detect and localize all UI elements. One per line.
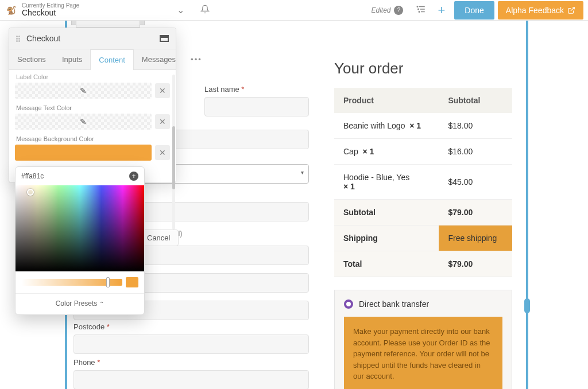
last-name-input[interactable] xyxy=(204,97,309,116)
page-title: Checkout xyxy=(22,9,79,17)
tab-messages[interactable]: Messages xyxy=(134,49,184,69)
shipping-row: ShippingFree shipping xyxy=(334,225,512,251)
svg-line-6 xyxy=(571,7,574,10)
payment-method-bank[interactable]: Direct bank transfer xyxy=(344,299,502,309)
topbar: 🐒 Currently Editing Page Checkout ⌄ Edit… xyxy=(0,0,588,21)
postcode-input[interactable] xyxy=(74,334,309,354)
payment-method-label: Direct bank transfer xyxy=(359,299,429,309)
settings-panel: Checkout Sections Inputs Content Message… xyxy=(9,28,176,183)
panel-scrollbar-thumb[interactable] xyxy=(172,126,175,189)
tab-content[interactable]: Content xyxy=(90,49,134,70)
section-boundary-right xyxy=(526,21,528,389)
table-row: Hoodie - Blue, Yes× 1 $45.00 xyxy=(334,165,512,200)
panel-scrollbar[interactable] xyxy=(172,75,175,229)
svg-point-3 xyxy=(417,6,419,7)
order-table: Product Subtotal Beanie with Logo × 1 $1… xyxy=(334,88,512,277)
notifications-icon[interactable] xyxy=(200,5,210,16)
order-header-subtotal: Subtotal xyxy=(439,88,512,113)
field-last-name: Last name * xyxy=(204,85,309,116)
last-name-label: Last name * xyxy=(204,85,309,94)
total-row: Total$79.00 xyxy=(334,251,512,277)
eyedropper-icon[interactable]: ✎ xyxy=(80,86,87,95)
color-presets-toggle[interactable]: Color Presets⌃ xyxy=(16,293,144,314)
table-row: Beanie with Logo × 1 $18.00 xyxy=(334,113,512,139)
resize-handle-right[interactable] xyxy=(524,298,530,313)
subtotal-row: Subtotal$79.00 xyxy=(334,200,512,225)
panel-header[interactable]: Checkout xyxy=(9,28,176,49)
chevron-down-icon: ▾ xyxy=(301,169,304,176)
outline-list-icon[interactable] xyxy=(416,4,426,17)
payment-message: Make your payment directly into our bank… xyxy=(344,317,502,389)
alpha-slider[interactable] xyxy=(21,279,122,286)
message-text-color-swatch[interactable]: ✎ xyxy=(15,114,152,130)
alpha-feedback-label: Alpha Feedback xyxy=(506,6,564,15)
order-summary: Your order Product Subtotal Beanie with … xyxy=(334,60,512,389)
message-text-color-heading: Message Text Color xyxy=(16,104,170,111)
payment-methods: Direct bank transfer Make your payment d… xyxy=(334,290,512,389)
phone-input[interactable] xyxy=(74,370,309,389)
color-field[interactable] xyxy=(16,185,144,271)
add-preset-icon[interactable]: + xyxy=(129,172,138,181)
svg-point-5 xyxy=(419,11,420,12)
help-icon[interactable]: ? xyxy=(394,6,403,15)
done-button[interactable]: Done xyxy=(454,1,494,20)
svg-point-4 xyxy=(418,9,419,10)
panel-title: Checkout xyxy=(26,34,160,43)
current-color-swatch xyxy=(126,277,138,287)
page-switcher-chevron-icon[interactable]: ⌄ xyxy=(177,5,184,15)
slider-thumb[interactable] xyxy=(106,277,110,287)
postcode-label: Postcode * xyxy=(74,322,309,331)
color-cursor[interactable] xyxy=(27,189,34,196)
panel-body: Label Color ✎ ✕ Message Text Color ✎ ✕ M… xyxy=(9,70,176,182)
color-picker: + Color Presets⌃ xyxy=(15,166,145,315)
tab-sections[interactable]: Sections xyxy=(9,49,54,69)
hex-input[interactable] xyxy=(21,172,129,180)
order-header-product: Product xyxy=(334,88,439,113)
table-row: Cap × 1 $16.00 xyxy=(334,139,512,165)
clear-message-text-color[interactable]: ✕ xyxy=(155,114,170,129)
phone-label: Phone * xyxy=(74,358,309,367)
edited-indicator: Edited xyxy=(371,6,390,14)
order-title: Your order xyxy=(334,60,512,77)
clear-message-bg-color[interactable]: ✕ xyxy=(155,145,170,160)
clear-label-color[interactable]: ✕ xyxy=(155,83,170,98)
tab-more-icon[interactable]: ••• xyxy=(184,49,209,69)
chevron-up-icon: ⌃ xyxy=(99,301,104,307)
drag-handle-icon[interactable] xyxy=(16,36,22,42)
message-bg-color-swatch[interactable] xyxy=(15,145,152,161)
label-color-swatch[interactable]: ✎ xyxy=(15,83,152,99)
radio-selected-icon xyxy=(344,299,353,309)
message-bg-color-heading: Message Background Color xyxy=(16,135,170,142)
add-icon[interactable]: + xyxy=(438,3,445,18)
label-color-heading: Label Color xyxy=(16,73,170,80)
eyedropper-icon[interactable]: ✎ xyxy=(80,117,87,126)
tab-inputs[interactable]: Inputs xyxy=(54,49,90,69)
panel-tabs: Sections Inputs Content Messages ••• xyxy=(9,49,176,70)
app-logo-icon: 🐒 xyxy=(5,4,17,17)
alpha-feedback-button[interactable]: Alpha Feedback xyxy=(498,1,583,20)
dock-icon[interactable] xyxy=(160,35,169,42)
page-switcher[interactable]: Currently Editing Page Checkout xyxy=(22,2,79,17)
